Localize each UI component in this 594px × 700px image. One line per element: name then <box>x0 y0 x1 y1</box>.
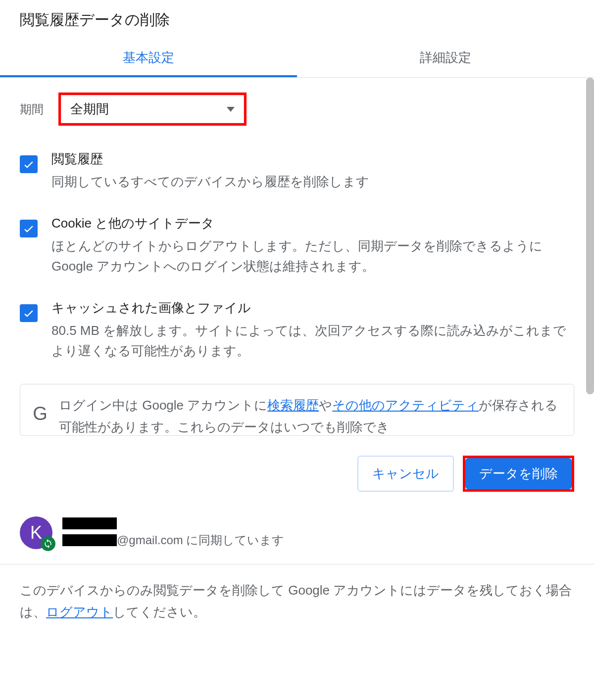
sync-icon <box>43 539 53 549</box>
scrollbar[interactable] <box>586 78 594 394</box>
check-icon <box>22 158 35 171</box>
footer-text-after: してください。 <box>113 605 206 619</box>
account-section: K @gmail.com に同期しています <box>0 512 594 564</box>
redacted-email-prefix <box>62 534 117 546</box>
checkbox-item-history: 閲覧履歴 同期しているすべてのデバイスから履歴を削除します <box>20 150 574 192</box>
checkbox-content: Cookie と他のサイトデータ ほとんどのサイトからログアウトします。ただし、… <box>51 215 574 277</box>
info-text: ログイン中は Google アカウントに検索履歴やその他のアクティビティが保存さ… <box>59 394 564 436</box>
footer-text: このデバイスからのみ閲覧データを削除して Google アカウントにはデータを残… <box>0 564 594 638</box>
checkbox-desc: 80.5 MB を解放します。サイトによっては、次回アクセスする際に読み込みがこ… <box>51 321 574 362</box>
scrollbar-thumb[interactable] <box>586 78 594 394</box>
redacted-name <box>62 517 117 529</box>
checkbox-content: 閲覧履歴 同期しているすべてのデバイスから履歴を削除します <box>51 150 574 192</box>
other-activity-link[interactable]: その他のアクティビティ <box>332 398 479 413</box>
google-icon: G <box>30 403 50 423</box>
check-icon <box>22 307 35 320</box>
period-select-highlight: 全期間 <box>58 93 247 126</box>
checkbox-content: キャッシュされた画像とファイル 80.5 MB を解放します。サイトによっては、… <box>51 299 574 362</box>
delete-button-highlight: データを削除 <box>463 456 574 492</box>
checkbox-item-cache: キャッシュされた画像とファイル 80.5 MB を解放します。サイトによっては、… <box>20 299 574 362</box>
account-info: @gmail.com に同期しています <box>62 517 284 548</box>
period-label: 期間 <box>20 101 44 117</box>
logout-link[interactable]: ログアウト <box>46 605 113 619</box>
period-selected-value: 全期間 <box>70 100 109 118</box>
checkbox-desc: ほとんどのサイトからログアウトします。ただし、同期データを削除できるように Go… <box>51 236 574 277</box>
tabs: 基本設定 詳細設定 <box>0 40 594 78</box>
checkbox-item-cookies: Cookie と他のサイトデータ ほとんどのサイトからログアウトします。ただし、… <box>20 215 574 277</box>
info-box: G ログイン中は Google アカウントに検索履歴やその他のアクティビティが保… <box>20 384 574 436</box>
checkbox-history[interactable] <box>20 155 38 173</box>
dialog-title: 閲覧履歴データの削除 <box>0 0 594 40</box>
button-row: キャンセル データを削除 <box>0 436 594 512</box>
tab-advanced[interactable]: 詳細設定 <box>297 40 594 77</box>
info-text-part: ログイン中は Google アカウントに <box>59 398 267 413</box>
checkbox-title: キャッシュされた画像とファイル <box>51 299 574 317</box>
clear-browsing-data-dialog: 閲覧履歴データの削除 基本設定 詳細設定 期間 全期間 閲覧履歴 同期しているす… <box>0 0 594 638</box>
checkbox-desc: 同期しているすべてのデバイスから履歴を削除します <box>51 172 574 192</box>
checkbox-title: 閲覧履歴 <box>51 150 574 168</box>
account-email: @gmail.com に同期しています <box>62 532 284 548</box>
checkbox-title: Cookie と他のサイトデータ <box>51 215 574 232</box>
avatar: K <box>20 516 52 549</box>
delete-data-button[interactable]: データを削除 <box>465 458 572 489</box>
chevron-down-icon <box>227 107 235 112</box>
period-row: 期間 全期間 <box>20 93 574 126</box>
check-icon <box>22 222 35 235</box>
search-history-link[interactable]: 検索履歴 <box>267 398 319 413</box>
info-text-part: や <box>319 398 332 413</box>
cancel-button[interactable]: キャンセル <box>357 456 454 492</box>
checkbox-cookies[interactable] <box>20 220 38 237</box>
sync-badge-icon <box>41 536 55 551</box>
dialog-content: 期間 全期間 閲覧履歴 同期しているすべてのデバイスから履歴を削除します <box>0 78 594 436</box>
email-suffix: @gmail.com に同期しています <box>117 532 284 548</box>
checkbox-cache[interactable] <box>20 304 38 322</box>
tab-basic[interactable]: 基本設定 <box>0 40 297 77</box>
period-select[interactable]: 全期間 <box>61 95 244 123</box>
avatar-letter: K <box>30 522 42 543</box>
